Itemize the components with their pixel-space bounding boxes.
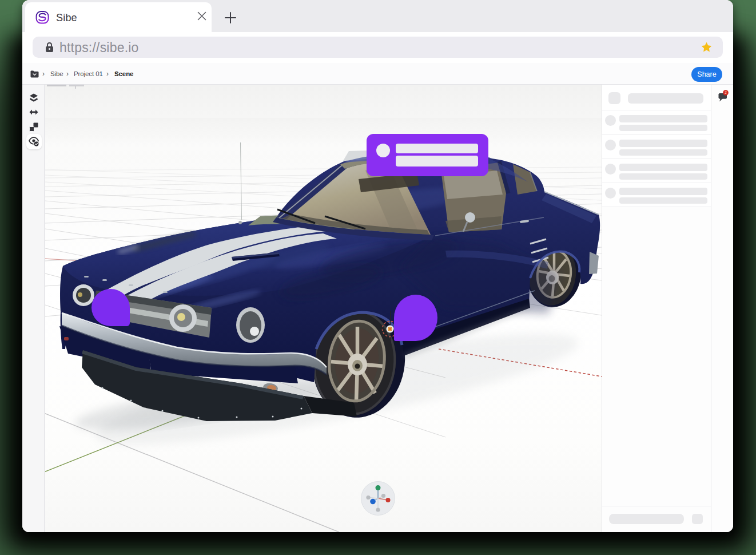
svg-text:2: 2: [725, 90, 727, 94]
